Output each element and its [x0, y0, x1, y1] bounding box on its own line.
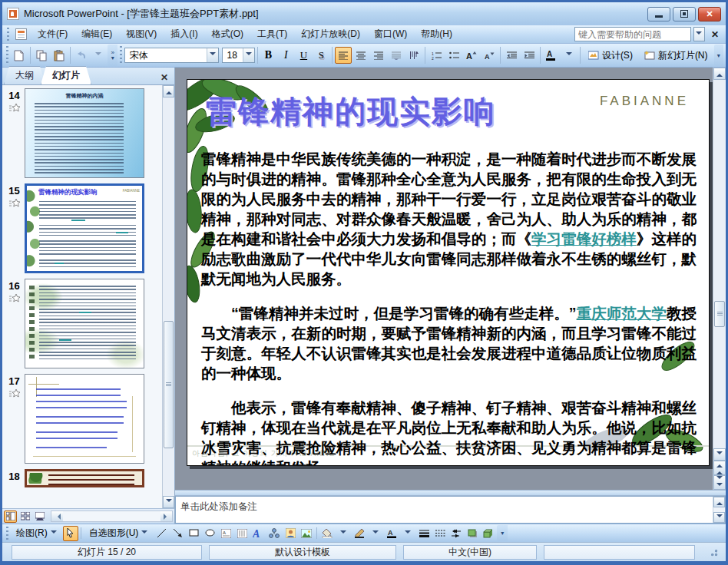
- menu-tools[interactable]: 工具(T): [251, 25, 293, 43]
- line-style-button[interactable]: [416, 526, 432, 541]
- align-center-button[interactable]: [352, 47, 369, 64]
- distribute-button[interactable]: [388, 47, 405, 64]
- select-objects-button[interactable]: [63, 526, 78, 541]
- menu-format[interactable]: 格式(O): [206, 25, 250, 43]
- rectangle-tool-icon[interactable]: [186, 526, 201, 541]
- toolbar-options-icon[interactable]: ▾: [714, 45, 723, 66]
- scroll-down-icon[interactable]: [713, 448, 726, 461]
- oval-tool-icon[interactable]: [202, 526, 217, 541]
- help-search-input[interactable]: [574, 27, 691, 41]
- chevron-down-icon[interactable]: [207, 48, 218, 62]
- horizontal-scrollbar[interactable]: [51, 510, 173, 522]
- design-template-status[interactable]: 默认设计模板: [209, 545, 396, 560]
- menu-slideshow[interactable]: 幻灯片放映(D): [295, 25, 366, 43]
- toolbar-grip[interactable]: [120, 46, 122, 64]
- font-size-select[interactable]: 18: [222, 48, 255, 63]
- panel-close-icon[interactable]: ✕: [156, 71, 173, 84]
- slide-scrollbar[interactable]: [713, 68, 726, 490]
- normal-view-button[interactable]: [4, 510, 17, 523]
- font-color-button[interactable]: A: [543, 47, 560, 64]
- menu-edit[interactable]: 编辑(E): [75, 25, 118, 43]
- insert-picture-icon[interactable]: [299, 526, 314, 541]
- slide-thumbnail-selected[interactable]: 雷锋精神的现实影响 FABIANNE: [25, 183, 144, 273]
- vertical-text-box-icon[interactable]: [234, 526, 250, 541]
- restore-button[interactable]: [673, 7, 696, 21]
- scrollbar-thumb[interactable]: [164, 321, 174, 448]
- scroll-up-icon[interactable]: [163, 85, 174, 97]
- numbering-button[interactable]: 12: [428, 47, 445, 64]
- menu-insert[interactable]: 插入(I): [164, 25, 204, 43]
- three-d-style-button[interactable]: [481, 526, 496, 541]
- paste-icon[interactable]: [51, 47, 68, 64]
- vertical-text-button[interactable]: [405, 47, 422, 64]
- minimize-button[interactable]: [647, 7, 670, 21]
- text-shadow-button[interactable]: S: [313, 47, 329, 64]
- decrease-indent-button[interactable]: [503, 47, 520, 64]
- scroll-up-icon[interactable]: [713, 497, 725, 507]
- increase-indent-button[interactable]: [521, 47, 538, 64]
- notes-pane[interactable]: 单击此处添加备注: [175, 496, 726, 524]
- thumbnail-scrollbar[interactable]: [162, 85, 174, 508]
- slide-thumbnail[interactable]: [25, 279, 144, 368]
- new-document-icon[interactable]: [11, 47, 28, 64]
- toolbar-grip[interactable]: [6, 46, 8, 64]
- scrollbar-track[interactable]: [163, 97, 174, 496]
- scroll-left-icon[interactable]: [51, 511, 63, 521]
- copy-icon[interactable]: [33, 47, 50, 64]
- resize-grip[interactable]: [709, 547, 718, 557]
- line-color-button[interactable]: [352, 526, 367, 541]
- font-color-dropdown-icon[interactable]: [561, 47, 577, 64]
- font-color-button[interactable]: A: [384, 526, 399, 541]
- fill-color-button[interactable]: [319, 526, 335, 541]
- align-right-button[interactable]: [370, 47, 387, 64]
- scrollbar-thumb[interactable]: [714, 301, 725, 327]
- wordart-icon[interactable]: A: [250, 526, 266, 541]
- menu-view[interactable]: 视图(V): [120, 25, 163, 43]
- toolbar-options-icon[interactable]: ▾: [497, 525, 508, 541]
- bold-button[interactable]: B: [260, 47, 276, 64]
- menu-help[interactable]: 帮助(H): [415, 25, 458, 43]
- underline-button[interactable]: U: [295, 47, 312, 64]
- undo-dropdown-icon[interactable]: [90, 47, 107, 64]
- line-color-dropdown-icon[interactable]: [368, 526, 383, 541]
- bullets-button[interactable]: [445, 47, 462, 64]
- chevron-down-icon[interactable]: [243, 48, 254, 62]
- dash-style-button[interactable]: [432, 526, 448, 541]
- new-slide-button[interactable]: 新幻灯片(N): [639, 47, 713, 64]
- scrollbar-track[interactable]: [713, 80, 726, 448]
- toolbar-grip[interactable]: [7, 28, 9, 41]
- slide-thumbnail[interactable]: [25, 469, 144, 487]
- scroll-right-icon[interactable]: [160, 511, 172, 521]
- fill-color-dropdown-icon[interactable]: [336, 526, 351, 541]
- shadow-style-button[interactable]: [465, 526, 480, 541]
- slide-thumbnail[interactable]: 雷锋精神的内涵: [25, 88, 144, 178]
- notes-splitter[interactable]: [175, 490, 726, 496]
- slide-title[interactable]: 雷锋精神的现实影响: [206, 91, 496, 133]
- scroll-down-icon[interactable]: [163, 496, 174, 508]
- toolbar-options-icon[interactable]: »▾: [108, 45, 117, 66]
- slideshow-view-button[interactable]: [33, 510, 46, 523]
- draw-menu-button[interactable]: 绘图(R): [11, 525, 62, 542]
- font-color-dropdown-icon[interactable]: [400, 526, 415, 541]
- undo-icon[interactable]: [72, 47, 89, 64]
- menubar-close-icon[interactable]: ✕: [707, 29, 723, 40]
- help-dropdown-icon[interactable]: [693, 27, 705, 41]
- hyperlink[interactable]: 学习雷锋好榜样: [531, 230, 637, 247]
- notes-placeholder[interactable]: 单击此处添加备注: [176, 497, 713, 523]
- arrow-tool-icon[interactable]: [170, 526, 185, 541]
- next-slide-button[interactable]: [713, 475, 726, 490]
- previous-slide-button[interactable]: [713, 461, 726, 475]
- scroll-up-icon[interactable]: [713, 68, 726, 80]
- notes-scrollbar[interactable]: [713, 497, 725, 523]
- tab-outline[interactable]: 大纲: [4, 66, 45, 84]
- menu-file[interactable]: 文件(F): [31, 25, 74, 43]
- slide-body[interactable]: 雷锋精神是中华民族传统美德的一种积淀，是一种随着时代进步而不断发展的与时俱进的精…: [201, 149, 697, 466]
- font-name-select[interactable]: 宋体: [124, 48, 219, 63]
- decrease-font-button[interactable]: A: [481, 47, 498, 64]
- menu-window[interactable]: 窗口(W): [368, 25, 413, 43]
- hyperlink[interactable]: 重庆师范大学: [577, 305, 667, 322]
- slide-editor[interactable]: 雷锋精神的现实影响 FABIANNE 雷锋精神是中华民族传统美德的一种积淀，是一…: [187, 79, 710, 466]
- language-status[interactable]: 中文(中国): [403, 545, 537, 560]
- tab-slides[interactable]: 幻灯片: [41, 66, 91, 84]
- align-left-button[interactable]: [335, 47, 352, 64]
